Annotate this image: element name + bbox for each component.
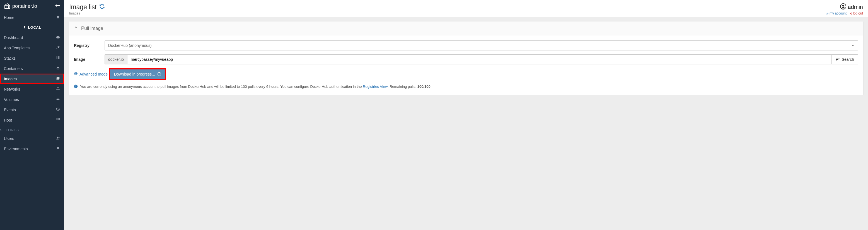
my-account-link[interactable]: my account (826, 11, 848, 15)
sidebar-item-environments[interactable]: Environments (0, 143, 64, 154)
info-icon (74, 85, 78, 90)
svg-point-14 (59, 99, 59, 100)
image-input-group: docker.io Search (104, 54, 858, 64)
tachometer-icon (56, 35, 60, 40)
sidebar-item-label: Events (4, 108, 16, 112)
svg-rect-3 (57, 56, 57, 57)
sidebar-item-host[interactable]: Host (0, 115, 64, 125)
sidebar-item-label: Users (4, 136, 14, 141)
sidebar-item-label: Containers (4, 66, 23, 71)
sidebar-item-label: Environments (4, 146, 28, 151)
sidebar-item-stacks[interactable]: Stacks (0, 53, 64, 63)
sidebar-item-home[interactable]: Home (0, 12, 64, 23)
sidebar-item-label: Dashboard (4, 35, 23, 40)
sidebar-item-dashboard[interactable]: Dashboard (0, 32, 64, 43)
image-prefix: docker.io (104, 54, 127, 64)
info-note: You are currently using an anonymous acc… (74, 84, 858, 90)
sitemap-icon (56, 87, 60, 92)
plug-icon (56, 146, 60, 151)
registries-view-link[interactable]: Registries View (363, 85, 388, 89)
spinner-icon (157, 72, 161, 76)
image-label: Image (74, 57, 104, 62)
image-input[interactable] (127, 54, 832, 64)
download-button[interactable]: Download in progress... (110, 69, 165, 79)
rocket-icon (56, 45, 60, 50)
sidebar-item-label: Stacks (4, 56, 16, 61)
svg-rect-30 (837, 58, 838, 58)
local-header: LOCAL (0, 23, 64, 32)
page-title: Image list (69, 3, 105, 11)
docker-icon (836, 57, 840, 62)
advanced-mode-link[interactable]: Advanced mode (74, 72, 107, 76)
svg-rect-15 (57, 118, 57, 119)
svg-rect-8 (58, 58, 59, 59)
clone-icon (56, 76, 60, 81)
username: admin (848, 4, 863, 10)
svg-point-24 (842, 5, 844, 6)
sidebar-item-app-templates[interactable]: App Templates (0, 43, 64, 53)
svg-rect-27 (837, 59, 837, 59)
user-icon (840, 3, 846, 11)
sidebar-item-label: Networks (4, 87, 20, 92)
pull-image-panel: Pull image Registry DockerHub (anonymous… (69, 21, 864, 95)
history-icon (56, 107, 60, 112)
advanced-label: Advanced mode (80, 72, 107, 76)
svg-rect-35 (75, 86, 76, 88)
sidebar-header: portainer.io (0, 0, 64, 12)
svg-rect-11 (56, 90, 57, 90)
logout-link[interactable]: log out (849, 11, 863, 15)
svg-rect-28 (837, 59, 838, 59)
breadcrumb: Images (69, 11, 105, 15)
brand[interactable]: portainer.io (4, 3, 37, 9)
refresh-icon[interactable] (99, 4, 105, 10)
list-icon (56, 56, 60, 61)
page-title-wrap: Image list Images (69, 3, 105, 15)
home-icon (56, 15, 60, 20)
panel-body: Registry DockerHub (anonymous) Image doc… (69, 35, 863, 95)
search-label: Search (842, 57, 854, 62)
sidebar-item-users[interactable]: Users (0, 133, 64, 143)
info-text: You are currently using an anonymous acc… (80, 84, 431, 90)
svg-rect-18 (57, 119, 57, 120)
sidebar-item-label: Host (4, 118, 12, 122)
sidebar-item-containers[interactable]: Containers (0, 63, 64, 74)
th-icon (56, 118, 60, 122)
local-header-label: LOCAL (28, 25, 41, 30)
settings-header: SETTINGS (0, 125, 64, 133)
sidebar: portainer.io Home LOCAL Dashboard App Te… (0, 0, 64, 230)
svg-rect-20 (59, 119, 60, 120)
sidebar-item-images[interactable]: Images (0, 74, 64, 84)
user-links: my account log out (826, 11, 863, 15)
sidebar-item-networks[interactable]: Networks (0, 84, 64, 94)
sidebar-item-label: Home (4, 15, 14, 20)
sidebar-item-events[interactable]: Events (0, 104, 64, 115)
svg-rect-12 (59, 90, 60, 90)
registry-select[interactable]: DockerHub (anonymous) (104, 40, 858, 51)
users-icon (56, 136, 60, 141)
download-btn-highlight: Download in progress... (109, 68, 166, 80)
user-block: admin my account log out (826, 3, 863, 15)
page-title-text: Image list (69, 3, 96, 11)
svg-point-22 (59, 137, 60, 138)
download-label: Download in progress... (114, 72, 155, 76)
svg-rect-29 (837, 58, 837, 58)
svg-rect-6 (58, 58, 59, 58)
svg-rect-25 (75, 29, 78, 29)
image-row: Image docker.io Search (74, 54, 858, 64)
search-button[interactable]: Search (832, 54, 858, 64)
panel-header: Pull image (69, 22, 863, 35)
download-icon (74, 25, 79, 31)
sidebar-item-volumes[interactable]: Volumes (0, 94, 64, 104)
globe-icon (74, 72, 78, 76)
svg-point-21 (57, 137, 58, 138)
main: Image list Images admin my account log o… (64, 0, 868, 230)
sidebar-item-label: App Templates (4, 46, 30, 50)
svg-rect-26 (836, 59, 836, 59)
registry-row: Registry DockerHub (anonymous) (74, 40, 858, 51)
svg-rect-5 (57, 58, 57, 58)
user-row: admin (826, 3, 863, 11)
brand-logo-icon (4, 3, 10, 9)
sidebar-collapse-icon[interactable] (55, 4, 60, 9)
sidebar-item-label: Volumes (4, 97, 19, 102)
svg-rect-0 (5, 5, 10, 9)
